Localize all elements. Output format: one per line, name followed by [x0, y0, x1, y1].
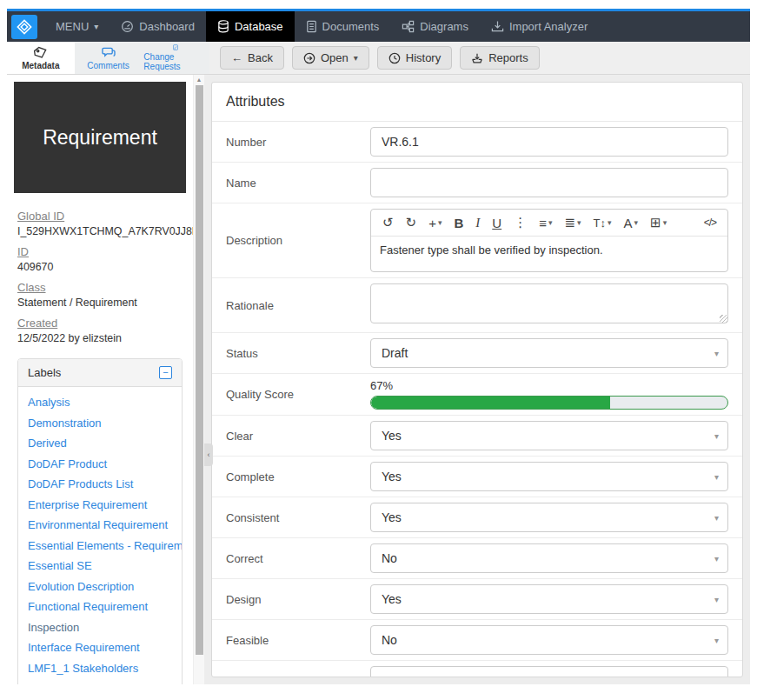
attribute-row-consistent: Consistent Yes▾ — [212, 497, 742, 538]
feasible-select[interactable]: No▾ — [370, 625, 728, 655]
table-icon[interactable]: ⊞▾ — [646, 213, 671, 232]
reports-button[interactable]: Reports — [460, 46, 540, 70]
label-link[interactable]: DoDAF Products List — [28, 474, 172, 495]
database-icon — [217, 20, 229, 33]
undo-icon[interactable]: ↺ — [378, 213, 398, 232]
tab-change-requests[interactable]: Change Requests — [142, 42, 209, 74]
clear-select[interactable]: Yes▾ — [370, 421, 728, 450]
label-link[interactable]: Essential Elements - Requirements — [28, 536, 172, 557]
nav-item-dashboard[interactable]: Dashboard — [110, 11, 206, 42]
class-label: Class — [17, 281, 183, 294]
italic-icon[interactable]: I — [471, 214, 484, 232]
id-value: 409670 — [17, 261, 183, 273]
sidebar-scrollbar[interactable]: ▲ — [193, 75, 204, 684]
id-label: ID — [17, 245, 183, 258]
label-link[interactable]: Interface Requirement — [28, 637, 172, 658]
label-link[interactable]: Evolution Description — [28, 577, 172, 597]
nav-label: Database — [235, 20, 283, 33]
nav-item-documents[interactable]: Documents — [295, 11, 391, 42]
top-navbar: MENU ▾ Dashboard Database Documents — [7, 9, 750, 42]
name-input[interactable] — [370, 168, 728, 197]
body-area: Requirement Global ID I_529HXWX1TCHMQ_A7… — [7, 75, 750, 684]
open-label: Open — [321, 51, 349, 64]
nav-label: Dashboard — [139, 20, 195, 33]
scrollbar-thumb[interactable] — [196, 85, 203, 655]
complete-select[interactable]: Yes▾ — [370, 462, 728, 491]
tab-metadata[interactable]: Metadata — [7, 42, 75, 74]
import-analyzer-icon — [491, 20, 504, 33]
entity-type-banner: Requirement — [14, 82, 186, 193]
main-content: Attributes Number Name Description ↺ — [204, 75, 750, 684]
sidebar-collapse-handle[interactable]: ‹ — [204, 443, 213, 466]
tab-comments[interactable]: Comments — [75, 42, 143, 74]
label-link[interactable]: DoDAF Product — [28, 454, 172, 475]
nav-item-import-analyzer[interactable]: Import Analyzer — [480, 11, 599, 42]
list-icon[interactable]: ≣▾ — [560, 213, 585, 232]
rationale-label: Rationale — [226, 299, 370, 312]
attribute-row-status: Status Draft ▾ — [212, 333, 742, 374]
label-link[interactable]: Analysis — [28, 392, 172, 413]
number-input[interactable] — [370, 127, 728, 157]
global-id-value: I_529HXWX1TCHMQ_A7K7RV0JJ8DDN — [17, 225, 183, 237]
description-label: Description — [226, 234, 370, 247]
attribute-row-description: Description ↺ ↻ +▾ B I U ⋮ ≡▾ — [212, 203, 742, 278]
history-button[interactable]: History — [377, 46, 452, 70]
correct-select[interactable]: No▾ — [370, 543, 728, 573]
label-link[interactable]: Functional Requirement — [28, 597, 172, 617]
status-label: Status — [226, 347, 370, 360]
number-label: Number — [226, 136, 370, 149]
font-color-icon[interactable]: A▾ — [620, 214, 643, 232]
labels-panel: Labels − Analysis Demonstration Derived … — [17, 358, 183, 684]
rich-text-editor: ↺ ↻ +▾ B I U ⋮ ≡▾ ≣▾ T↕▾ A▾ — [370, 209, 728, 272]
traceable-select[interactable]: Yes▾ — [370, 666, 728, 677]
quality-percent-text: 67% — [370, 379, 728, 392]
back-button[interactable]: ← Back — [220, 46, 284, 70]
attribute-row-feasible: Feasible No▾ — [212, 620, 742, 661]
editor-toolbar: ↺ ↻ +▾ B I U ⋮ ≡▾ ≣▾ T↕▾ A▾ — [371, 210, 727, 237]
underline-icon[interactable]: U — [488, 214, 506, 232]
label-link[interactable]: Environmental Requirement — [28, 515, 172, 536]
code-view-icon[interactable]: </> — [700, 215, 720, 230]
description-text[interactable]: Fastener type shall be verified by inspe… — [371, 237, 727, 271]
nav-label: Documents — [322, 20, 380, 33]
scroll-up-icon[interactable]: ▲ — [194, 77, 204, 83]
created-label: Created — [17, 317, 183, 330]
comments-icon — [101, 46, 116, 59]
change-request-icon — [169, 44, 182, 50]
label-link-applied[interactable]: Inspection — [28, 617, 172, 638]
attribute-row-traceable: Traceable Yes▾ — [212, 661, 742, 677]
nav-item-diagrams[interactable]: Diagrams — [390, 11, 480, 42]
tab-label: Change Requests — [143, 52, 208, 71]
more-formats-icon[interactable]: ⋮ — [509, 213, 531, 232]
diamond-logo-icon — [16, 18, 33, 36]
consistent-select[interactable]: Yes▾ — [370, 503, 728, 532]
subheader: Metadata Comments Change Requests ← — [7, 42, 750, 75]
font-size-icon[interactable]: T↕▾ — [589, 215, 616, 231]
insert-icon[interactable]: +▾ — [424, 214, 446, 232]
label-link[interactable]: Demonstration — [28, 413, 172, 434]
nav-label: Diagrams — [420, 20, 468, 33]
redo-icon[interactable]: ↻ — [402, 213, 422, 232]
design-select[interactable]: Yes▾ — [370, 584, 728, 614]
label-link[interactable]: Essential SE — [28, 556, 172, 577]
history-clock-icon — [388, 52, 401, 64]
label-link[interactable]: LMF1_2 Scope Definition — [28, 678, 172, 684]
app-window: MENU ▾ Dashboard Database Documents — [7, 9, 750, 687]
reports-label: Reports — [488, 51, 528, 64]
diagrams-icon — [402, 20, 415, 33]
dashboard-gauge-icon — [121, 20, 134, 33]
nav-item-database[interactable]: Database — [206, 11, 295, 42]
app-logo[interactable] — [11, 15, 37, 39]
status-select[interactable]: Draft ▾ — [370, 338, 728, 368]
collapse-panel-icon[interactable]: − — [159, 366, 172, 379]
rationale-textarea[interactable] — [370, 283, 728, 323]
align-icon[interactable]: ≡▾ — [535, 214, 556, 232]
label-link[interactable]: Derived — [28, 433, 172, 454]
label-link[interactable]: Enterprise Requirement — [28, 495, 172, 516]
open-button[interactable]: Open ▾ — [292, 46, 369, 70]
chevron-down-icon: ▾ — [714, 349, 719, 358]
bold-icon[interactable]: B — [449, 214, 468, 232]
menu-button[interactable]: MENU ▾ — [44, 11, 110, 42]
label-link[interactable]: LMF1_1 Stakeholders — [28, 658, 172, 679]
reports-icon — [471, 52, 483, 64]
